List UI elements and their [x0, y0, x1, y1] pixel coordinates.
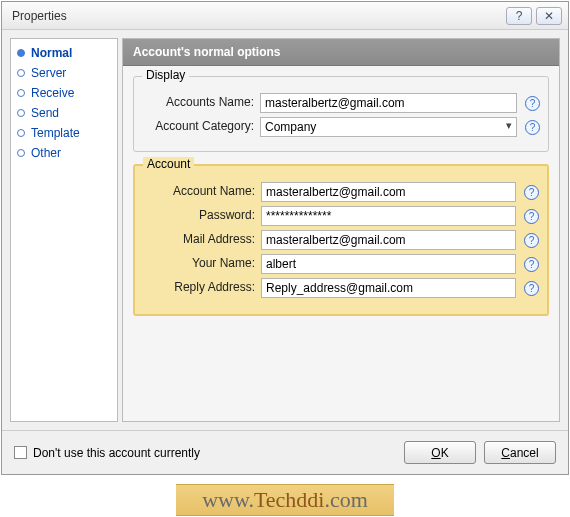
main-panel: Account's normal options Display Account… — [122, 38, 560, 422]
accounts-name-input[interactable]: masteralbertz@gmail.com — [260, 93, 517, 113]
help-button[interactable]: ? — [506, 7, 532, 25]
close-button[interactable]: ✕ — [536, 7, 562, 25]
your-name-label: Your Name: — [143, 257, 259, 270]
display-legend: Display — [142, 68, 189, 82]
titlebar: Properties ? ✕ — [2, 2, 568, 30]
your-name-row: Your Name: albert ? — [143, 254, 539, 274]
close-icon: ✕ — [544, 9, 554, 23]
password-input[interactable]: ************** — [261, 206, 516, 226]
your-name-input[interactable]: albert — [261, 254, 516, 274]
properties-dialog: Properties ? ✕ Normal Server Receive S — [1, 1, 569, 475]
sidebar-item-label: Server — [31, 66, 66, 80]
reply-input[interactable]: Reply_address@gmail.com — [261, 278, 516, 298]
sidebar-item-label: Receive — [31, 86, 74, 100]
ok-button[interactable]: OK — [404, 441, 476, 464]
help-icon: ? — [516, 9, 523, 23]
sidebar-item-receive[interactable]: Receive — [11, 83, 117, 103]
help-icon[interactable]: ? — [524, 233, 539, 248]
bullet-icon — [17, 49, 25, 57]
bullet-icon — [17, 149, 25, 157]
sidebar-item-label: Other — [31, 146, 61, 160]
display-group: Display Accounts Name: masteralbertz@gma… — [133, 76, 549, 152]
account-legend: Account — [143, 157, 194, 171]
account-name-label: Account Name: — [143, 185, 259, 198]
bullet-icon — [17, 69, 25, 77]
password-label: Password: — [143, 209, 259, 222]
account-name-row: Account Name: masteralbertz@gmail.com ? — [143, 182, 539, 202]
help-icon[interactable]: ? — [524, 185, 539, 200]
main-content: Display Accounts Name: masteralbertz@gma… — [123, 66, 559, 421]
window-title: Properties — [12, 9, 502, 23]
help-icon[interactable]: ? — [525, 96, 540, 111]
help-icon[interactable]: ? — [524, 281, 539, 296]
account-group: Account Account Name: masteralbertz@gmai… — [133, 164, 549, 316]
bullet-icon — [17, 89, 25, 97]
sidebar-item-label: Template — [31, 126, 80, 140]
mail-row: Mail Address: masteralbertz@gmail.com ? — [143, 230, 539, 250]
help-icon[interactable]: ? — [524, 257, 539, 272]
sidebar-item-server[interactable]: Server — [11, 63, 117, 83]
sidebar-item-normal[interactable]: Normal — [11, 43, 117, 63]
mail-input[interactable]: masteralbertz@gmail.com — [261, 230, 516, 250]
accounts-name-row: Accounts Name: masteralbertz@gmail.com ? — [142, 93, 540, 113]
cancel-button[interactable]: Cancel — [484, 441, 556, 464]
sidebar-item-label: Normal — [31, 46, 72, 60]
sidebar-item-template[interactable]: Template — [11, 123, 117, 143]
help-icon[interactable]: ? — [525, 120, 540, 135]
sidebar-item-send[interactable]: Send — [11, 103, 117, 123]
bullet-icon — [17, 129, 25, 137]
disable-account-checkbox[interactable] — [14, 446, 27, 459]
category-label: Account Category: — [142, 120, 258, 133]
sidebar: Normal Server Receive Send Template Othe… — [10, 38, 118, 422]
dialog-body: Normal Server Receive Send Template Othe… — [2, 30, 568, 430]
category-row: Account Category: Company ? — [142, 117, 540, 137]
mail-label: Mail Address: — [143, 233, 259, 246]
bullet-icon — [17, 109, 25, 117]
help-icon[interactable]: ? — [524, 209, 539, 224]
dialog-footer: Don't use this account currently OK Canc… — [2, 430, 568, 474]
watermark: www.Techddi.com — [0, 476, 570, 517]
accounts-name-label: Accounts Name: — [142, 96, 258, 109]
account-name-input[interactable]: masteralbertz@gmail.com — [261, 182, 516, 202]
category-select[interactable]: Company — [260, 117, 517, 137]
password-row: Password: ************** ? — [143, 206, 539, 226]
disable-account-label: Don't use this account currently — [33, 446, 396, 460]
main-header: Account's normal options — [123, 39, 559, 66]
reply-label: Reply Address: — [143, 281, 259, 294]
reply-row: Reply Address: Reply_address@gmail.com ? — [143, 278, 539, 298]
sidebar-item-label: Send — [31, 106, 59, 120]
sidebar-item-other[interactable]: Other — [11, 143, 117, 163]
